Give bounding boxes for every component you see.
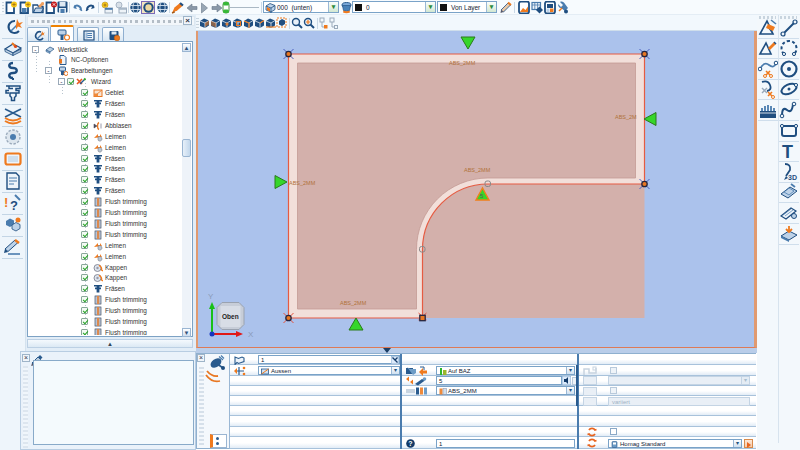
svg-text:ABS_2M: ABS_2M [615, 114, 637, 120]
svg-text:?: ? [10, 198, 18, 213]
svg-text:!: ! [4, 195, 8, 210]
svg-text:X: X [248, 330, 254, 339]
svg-text:T: T [782, 142, 793, 161]
svg-text:3D: 3D [788, 174, 797, 181]
svg-text:ABS_2MM: ABS_2MM [340, 300, 367, 306]
svg-text:Oben: Oben [222, 313, 239, 320]
svg-text:Y: Y [208, 292, 214, 301]
svg-text:ABS_2MM: ABS_2MM [464, 167, 491, 173]
svg-text:ABS_2MM: ABS_2MM [449, 60, 476, 66]
svg-text:ABS_2MM: ABS_2MM [289, 180, 316, 186]
svg-text:?: ? [408, 440, 412, 447]
